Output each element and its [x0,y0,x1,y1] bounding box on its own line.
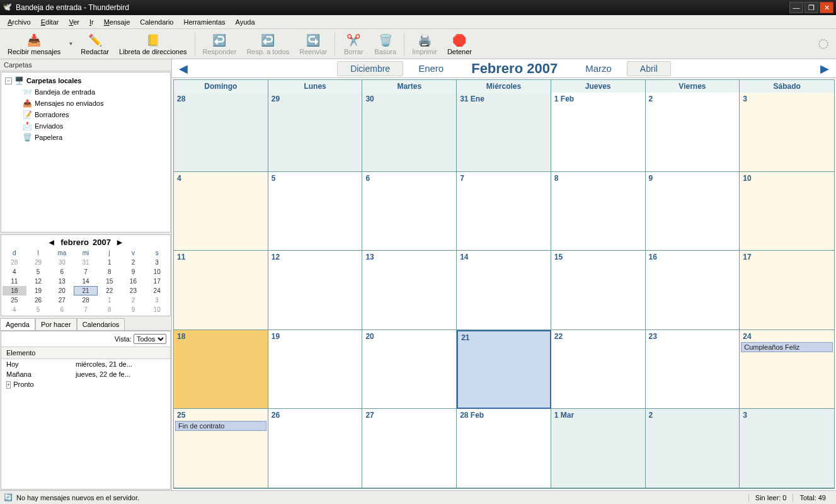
agenda-row[interactable]: +Pronto [1,379,170,389]
folder-item[interactable]: 📨Bandeja de entrada [5,86,166,98]
recibir-button[interactable]: 📥 Recibir mensajes [3,32,66,57]
mc-day-cell[interactable]: 15 [98,277,122,286]
mc-day-cell[interactable]: 27 [50,295,74,305]
close-button[interactable]: ✕ [820,2,833,13]
calendar-cell[interactable]: 30 [362,93,457,172]
mc-day-cell[interactable]: 1 [98,258,122,267]
borrar-button[interactable]: ✂️ Borrar [338,32,369,57]
calendar-cell[interactable]: 28 Feb [457,409,551,488]
calendar-cell[interactable]: 8 [551,172,646,251]
menu-ir[interactable]: Ir [84,16,99,28]
mc-day-cell[interactable]: 10 [145,267,169,277]
month-tab-mar[interactable]: Marzo [573,61,624,76]
calendar-cell[interactable]: 15 [551,251,646,330]
mc-day-cell[interactable]: 14 [74,277,98,286]
calendar-cell[interactable]: 2 [646,93,740,172]
mc-day-cell[interactable]: 22 [98,286,122,295]
tab-por-hacer[interactable]: Por hacer [35,318,77,330]
mc-prev[interactable]: ◀ [47,239,57,246]
libreta-button[interactable]: 📒 Libreta de direcciones [114,32,192,57]
mc-day-cell[interactable]: 2 [122,295,146,305]
mc-day-cell[interactable]: 6 [50,305,74,314]
month-tab-jan[interactable]: Enero [406,61,456,76]
maximize-button[interactable]: ❐ [805,2,818,13]
mc-day-cell[interactable]: 8 [98,305,122,314]
mc-day-cell[interactable]: 10 [145,305,169,314]
calendar-cell[interactable]: 22 [551,330,646,410]
calendar-event[interactable]: Fin de contrato [175,421,266,431]
calendar-cell[interactable]: 14 [457,251,551,330]
mc-day-cell[interactable]: 29 [26,258,50,267]
calendar-cell[interactable]: 1 Mar [551,409,646,488]
agenda-row[interactable]: Mañanajueves, 22 de fe... [1,369,170,379]
mc-day-cell[interactable]: 3 [145,258,169,267]
calendar-cell[interactable]: 19 [268,330,363,410]
calendar-cell[interactable]: 13 [362,251,457,330]
calendar-cell[interactable]: 4 [174,172,268,251]
mc-day-cell[interactable]: 26 [26,295,50,305]
menu-mensaje[interactable]: Mensaje [99,16,135,28]
mc-day-cell[interactable]: 17 [145,277,169,286]
month-tab-apr[interactable]: Abril [627,61,671,76]
mc-day-cell[interactable]: 16 [122,277,146,286]
calendar-cell[interactable]: 24Cumpleaños Feliz [740,330,834,410]
mc-day-cell[interactable]: 31 [74,258,98,267]
menu-herramientas[interactable]: Herramientas [178,16,230,28]
month-tab-dec[interactable]: Diciembre [337,61,403,76]
calendar-cell[interactable]: 17 [740,251,834,330]
mc-day-cell[interactable]: 19 [26,286,50,295]
tab-agenda[interactable]: Agenda [0,318,35,330]
mc-day-cell[interactable]: 4 [3,305,26,314]
prev-month-arrow[interactable]: ◀ [176,61,191,76]
calendar-cell[interactable]: 3 [740,93,834,172]
mc-day-cell[interactable]: 28 [3,258,26,267]
menu-calendario[interactable]: Calendario [135,16,178,28]
calendar-cell[interactable]: 10 [740,172,834,251]
vista-select[interactable]: Todos [134,334,166,344]
responder-button[interactable]: ↩️ Responder [198,32,242,57]
folder-item[interactable]: 📤Mensajes no enviados [5,98,166,109]
mc-day-cell[interactable]: 8 [98,267,122,277]
menu-archivo[interactable]: Archivo [3,16,36,28]
menu-editar[interactable]: Editar [36,16,64,28]
calendar-cell[interactable]: 18 [174,330,268,410]
tab-calendarios[interactable]: Calendarios [77,318,125,330]
mc-day-cell[interactable]: 7 [74,267,98,277]
mc-day-cell[interactable]: 1 [98,295,122,305]
mc-day-cell[interactable]: 9 [122,267,146,277]
menu-ayuda[interactable]: Ayuda [231,16,260,28]
imprimir-button[interactable]: 🖨️ Imprimir [407,32,442,57]
calendar-cell[interactable]: 26 [268,409,363,488]
mc-day-cell[interactable]: 9 [122,305,146,314]
agenda-row[interactable]: Hoymiércoles, 21 de... [1,359,170,369]
reenviar-button[interactable]: ↪️ Reenviar [294,32,332,57]
calendar-event[interactable]: Cumpleaños Feliz [741,342,833,352]
calendar-cell[interactable]: 31 Ene [457,93,551,172]
menu-ver[interactable]: Ver [64,16,84,28]
calendar-cell[interactable]: 21 [457,330,551,410]
folder-item[interactable]: 📝Borradores [5,109,166,120]
recibir-dropdown[interactable]: ▼ [66,41,76,47]
mc-day-cell[interactable]: 18 [3,286,26,295]
folder-item[interactable]: 🗑️Papelera [5,132,166,143]
mc-day-cell[interactable]: 6 [50,267,74,277]
calendar-cell[interactable]: 9 [646,172,740,251]
calendar-cell[interactable]: 12 [268,251,363,330]
expand-icon[interactable]: + [6,381,11,389]
mc-day-cell[interactable]: 4 [3,267,26,277]
minimize-button[interactable]: — [789,2,803,13]
calendar-cell[interactable]: 5 [268,172,363,251]
mc-day-cell[interactable]: 11 [3,277,26,286]
mc-day-cell[interactable]: 25 [3,295,26,305]
mc-day-cell[interactable]: 12 [26,277,50,286]
redactar-button[interactable]: ✏️ Redactar [76,32,114,57]
mc-day-cell[interactable]: 21 [74,286,98,295]
mc-day-cell[interactable]: 3 [145,295,169,305]
basura-button[interactable]: 🗑️ Basura [369,32,401,57]
mc-day-cell[interactable]: 13 [50,277,74,286]
calendar-cell[interactable]: 23 [646,330,740,410]
mc-next[interactable]: ▶ [115,239,125,246]
calendar-cell[interactable]: 16 [646,251,740,330]
calendar-cell[interactable]: 6 [362,172,457,251]
calendar-cell[interactable]: 3 [740,409,834,488]
